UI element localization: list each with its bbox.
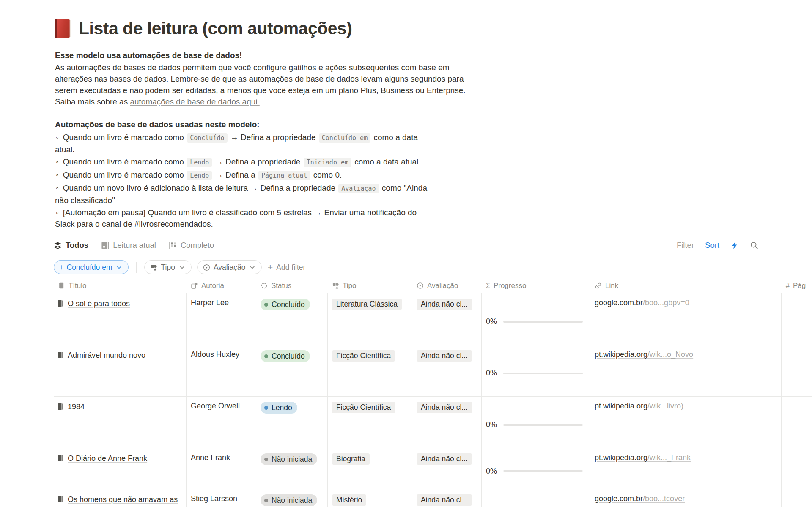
lightning-icon[interactable] bbox=[730, 241, 739, 249]
link-domain: pt.wikipedia.org bbox=[595, 350, 647, 359]
tab-leitura-atual[interactable]: Leitura atual bbox=[101, 241, 156, 250]
column-header-autoria[interactable]: Autoria bbox=[187, 282, 256, 290]
cell-avaliacao[interactable]: Ainda não cl... bbox=[412, 345, 482, 396]
search-icon[interactable] bbox=[750, 241, 758, 249]
cell-tipo[interactable]: Ficção Científica bbox=[328, 397, 412, 448]
avaliacao-tag[interactable]: Ainda não cl... bbox=[417, 350, 472, 362]
table-row: O Diário de Anne FrankAnne FrankNão inic… bbox=[54, 448, 812, 489]
column-header-link[interactable]: Link bbox=[590, 282, 782, 290]
automation-text: como 0. bbox=[311, 170, 342, 179]
book-icon bbox=[58, 282, 65, 289]
cell-autoria[interactable]: Stieg Larsson bbox=[187, 489, 256, 507]
spinner-icon bbox=[261, 282, 268, 289]
cell-link[interactable]: google.com.br/boo...gbpv=0 bbox=[590, 293, 782, 345]
cell-progresso[interactable]: 0% bbox=[482, 448, 590, 489]
status-pill[interactable]: Não iniciada bbox=[261, 453, 317, 465]
automations-docs-link[interactable]: automações de base de dados aqui. bbox=[130, 97, 259, 106]
filter-chip-tipo[interactable]: Tipo bbox=[144, 260, 191, 274]
cell-tipo[interactable]: Mistério bbox=[328, 489, 412, 507]
cell-status[interactable]: Não iniciada bbox=[256, 489, 328, 507]
status-pill[interactable]: Lendo bbox=[261, 402, 297, 414]
cell-titulo[interactable]: 1984 bbox=[54, 397, 187, 448]
cell-progresso[interactable]: 0% bbox=[482, 345, 590, 396]
status-label: Concluído bbox=[272, 352, 305, 361]
link-icon bbox=[595, 282, 602, 289]
tipo-tag[interactable]: Literatura Clássica bbox=[332, 299, 402, 310]
avaliacao-tag[interactable]: Ainda não cl... bbox=[417, 402, 472, 413]
cell-status[interactable]: Não iniciada bbox=[256, 448, 328, 489]
cell-tipo[interactable]: Biografia bbox=[328, 448, 412, 489]
tab-todos[interactable]: Todos bbox=[54, 241, 88, 250]
intro-paragraph: As automações de bases de dados permitem… bbox=[55, 62, 474, 107]
cell-status[interactable]: Lendo bbox=[256, 397, 328, 448]
cell-titulo[interactable]: Admirável mundo novo bbox=[54, 345, 187, 396]
tab-completo[interactable]: Completo bbox=[169, 241, 214, 250]
cell-pag[interactable] bbox=[782, 489, 812, 507]
add-filter-button[interactable]: + Add filter bbox=[267, 263, 305, 272]
cell-progresso[interactable]: 0% bbox=[482, 397, 590, 448]
inline-code: Lendo bbox=[187, 171, 212, 180]
filter-chip-avaliacao[interactable]: Avaliação bbox=[197, 260, 262, 274]
tipo-tag[interactable]: Mistério bbox=[332, 494, 366, 506]
tipo-tag[interactable]: Ficção Científica bbox=[332, 402, 395, 413]
row-title[interactable]: O sol é para todos bbox=[68, 299, 130, 309]
cell-pag[interactable] bbox=[782, 448, 812, 489]
column-header-tipo[interactable]: Tipo bbox=[328, 282, 412, 290]
cell-avaliacao[interactable]: Ainda não cl... bbox=[412, 448, 482, 489]
cell-autoria[interactable]: Anne Frank bbox=[187, 448, 256, 489]
row-title[interactable]: O Diário de Anne Frank bbox=[68, 453, 147, 463]
page-title-row: Lista de leitura (com automações) bbox=[55, 19, 812, 38]
cell-autoria[interactable]: Aldous Huxley bbox=[187, 345, 256, 396]
automation-text: Quando um livro é marcado como bbox=[63, 133, 186, 142]
status-pill[interactable]: Concluído bbox=[261, 350, 310, 362]
cell-titulo[interactable]: O Diário de Anne Frank bbox=[54, 448, 187, 489]
sort-control[interactable]: Sort bbox=[705, 241, 719, 250]
tipo-tag[interactable]: Biografia bbox=[332, 453, 370, 465]
cell-progresso[interactable]: 0% bbox=[482, 489, 590, 507]
cell-tipo[interactable]: Literatura Clássica bbox=[328, 293, 412, 345]
row-title[interactable]: Os homens que não amavam as mulheres bbox=[68, 494, 182, 507]
column-header-pag[interactable]: #Pág bbox=[782, 282, 812, 290]
cell-progresso[interactable]: 0% bbox=[482, 293, 590, 345]
external-link[interactable]: google.com.br/boo...tcover bbox=[595, 494, 685, 503]
cell-titulo[interactable]: O sol é para todos bbox=[54, 293, 187, 345]
cell-status[interactable]: Concluído bbox=[256, 345, 328, 396]
column-header-titulo[interactable]: Título bbox=[54, 282, 187, 290]
cell-autoria[interactable]: Harper Lee bbox=[187, 293, 256, 345]
cell-tipo[interactable]: Ficção Científica bbox=[328, 345, 412, 396]
link-path: /boo...gbpv=0 bbox=[643, 299, 689, 307]
row-title[interactable]: Admirável mundo novo bbox=[68, 350, 145, 360]
cell-link[interactable]: pt.wikipedia.org/wik...o_Novo bbox=[590, 345, 782, 396]
cell-pag[interactable] bbox=[782, 397, 812, 448]
cell-titulo[interactable]: Os homens que não amavam as mulheres bbox=[54, 489, 187, 507]
cell-link[interactable]: pt.wikipedia.org/wik..._Frank bbox=[590, 448, 782, 489]
column-header-status[interactable]: Status bbox=[256, 282, 328, 290]
cell-avaliacao[interactable]: Ainda não cl... bbox=[412, 293, 482, 345]
column-header-progresso[interactable]: ΣProgresso bbox=[482, 282, 590, 290]
cell-autoria[interactable]: George Orwell bbox=[187, 397, 256, 448]
external-link[interactable]: pt.wikipedia.org/wik..._Frank bbox=[595, 453, 691, 462]
sort-chip-concluido-em[interactable]: ↑ Concluído em bbox=[54, 260, 129, 274]
filter-control[interactable]: Filter bbox=[677, 241, 694, 250]
avaliacao-tag[interactable]: Ainda não cl... bbox=[417, 299, 472, 310]
external-link[interactable]: pt.wikipedia.org/wik...livro) bbox=[595, 402, 683, 410]
avaliacao-tag[interactable]: Ainda não cl... bbox=[417, 453, 472, 465]
cell-link[interactable]: google.com.br/boo...tcover bbox=[590, 489, 782, 507]
automation-item: ◦Quando um novo livro é adicionado à lis… bbox=[55, 182, 438, 206]
cell-pag[interactable] bbox=[782, 345, 812, 396]
tipo-tag[interactable]: Ficção Científica bbox=[332, 350, 395, 362]
cell-avaliacao[interactable]: Ainda não cl... bbox=[412, 397, 482, 448]
book-icon bbox=[56, 403, 64, 411]
page-content: Lista de leitura (com automações) Esse m… bbox=[0, 0, 812, 230]
avaliacao-tag[interactable]: Ainda não cl... bbox=[417, 494, 472, 506]
cell-pag[interactable] bbox=[782, 293, 812, 345]
status-pill[interactable]: Concluído bbox=[261, 299, 310, 310]
external-link[interactable]: pt.wikipedia.org/wik...o_Novo bbox=[595, 350, 693, 359]
external-link[interactable]: google.com.br/boo...gbpv=0 bbox=[595, 299, 689, 307]
cell-status[interactable]: Concluído bbox=[256, 293, 328, 345]
cell-link[interactable]: pt.wikipedia.org/wik...livro) bbox=[590, 397, 782, 448]
cell-avaliacao[interactable]: Ainda não cl... bbox=[412, 489, 482, 507]
status-pill[interactable]: Não iniciada bbox=[261, 494, 317, 506]
row-title[interactable]: 1984 bbox=[68, 402, 85, 412]
column-header-avaliacao[interactable]: Avaliação bbox=[412, 282, 482, 290]
